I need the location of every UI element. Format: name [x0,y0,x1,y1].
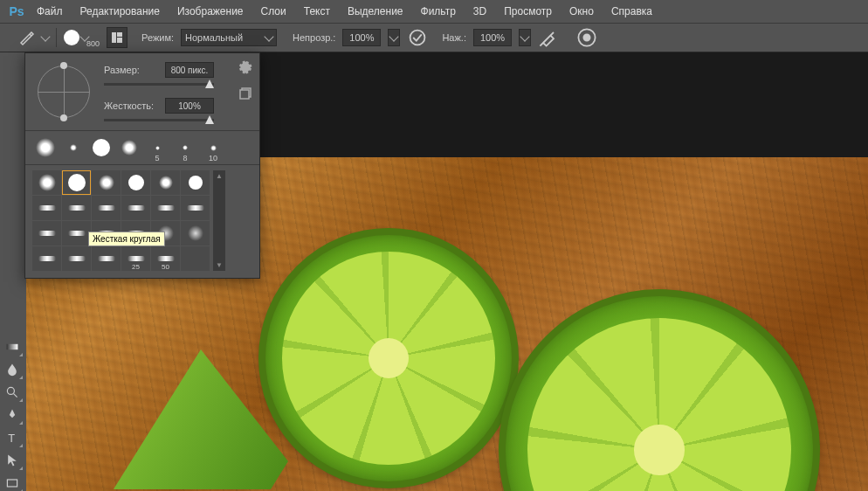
brush-preview-circle-icon [64,30,79,45]
menu-bar: Ps Файл Редактирование Изображение Слои … [0,0,868,23]
brush-grid-cell-selected[interactable] [62,170,91,195]
mode-select[interactable]: Нормальный [181,29,277,46]
brush-grid-cell[interactable] [121,170,150,195]
brush-preset[interactable]: 5 [144,135,170,161]
brush-preset[interactable] [60,135,86,161]
divider [56,28,57,47]
angle-picker[interactable] [34,62,93,121]
mode-chevron-icon [264,31,273,41]
gear-icon[interactable] [238,60,252,74]
brush-picker-panel: Размер: 800 пикс. Жесткость: 100% [24,52,260,279]
menu-filter[interactable]: Фильтр [412,2,465,21]
brush-grid-cell[interactable] [92,246,121,271]
menu-help[interactable]: Справка [603,2,661,21]
brush-panel-toggle-button[interactable] [107,27,127,48]
brush-grid-cell[interactable] [62,196,91,220]
brush-presets-top: 5 8 10 [25,130,259,164]
menu-file[interactable]: Файл [28,2,72,21]
brush-panel-top: Размер: 800 пикс. Жесткость: 100% [25,53,259,130]
brush-grid-cell[interactable] [181,170,210,195]
menu-image[interactable]: Изображение [169,2,252,21]
dodge-tool[interactable] [0,381,24,404]
brush-grid-cell[interactable] [151,196,180,220]
brush-preset[interactable]: 8 [172,135,198,161]
menu-3d[interactable]: 3D [465,2,495,21]
svg-rect-6 [240,90,249,99]
gradient-tool[interactable] [0,335,24,358]
menu-view[interactable]: Просмотр [495,2,561,21]
svg-rect-1 [117,32,122,37]
brush-preset[interactable]: 10 [200,135,226,161]
svg-rect-10 [7,480,17,487]
chevron-down-icon [520,31,529,41]
airbrush-button[interactable] [538,27,559,48]
flow-chevron-button[interactable] [519,29,531,46]
svg-rect-0 [112,32,116,43]
app-logo: Ps [5,3,28,20]
tool-preset-chevron-icon[interactable] [40,31,50,41]
mode-label: Режим: [141,32,174,43]
hardness-input[interactable]: 100% [165,98,214,114]
size-slider[interactable] [104,83,214,86]
pen-tool[interactable] [0,404,24,426]
menu-layers[interactable]: Слои [252,2,295,21]
flow-input[interactable]: 100% [473,29,512,46]
path-select-tool[interactable] [0,449,24,472]
svg-point-3 [410,31,425,45]
brush-tool-icon[interactable] [17,29,35,46]
svg-rect-2 [117,38,122,43]
menu-edit[interactable]: Редактирование [72,2,169,21]
brush-grid-cell[interactable] [92,196,121,220]
flow-label: Наж.: [442,32,466,43]
text-tool[interactable]: T [0,426,24,449]
brush-size-preview-label: 800 [86,39,100,48]
scroll-down-icon[interactable]: ▼ [216,261,223,269]
brush-grid-cell[interactable] [151,170,180,195]
brush-grid-section: 25 50 ▲ ▼ [25,164,259,278]
pressure-opacity-button[interactable] [407,27,428,48]
rectangle-tool[interactable] [0,472,24,491]
mode-value: Нормальный [185,32,243,43]
tool-bar: T [0,335,26,491]
pressure-size-button[interactable] [576,27,597,48]
brush-preset[interactable] [32,135,59,161]
menu-text[interactable]: Текст [295,2,339,21]
brush-grid-cell[interactable] [181,196,210,220]
brush-grid-cell[interactable] [32,246,61,271]
brush-grid: 25 50 [32,170,210,271]
size-input[interactable]: 800 пикс. [165,62,214,78]
svg-point-5 [583,34,589,40]
hardness-label: Жесткость: [104,100,158,111]
brush-grid-cell[interactable] [62,246,91,271]
brush-grid-cell[interactable] [181,246,210,271]
hardness-slider[interactable] [104,119,214,121]
brush-grid-cell[interactable] [121,196,150,220]
brush-tooltip: Жесткая круглая [88,232,165,246]
brush-grid-cell[interactable]: 25 [121,246,150,271]
size-label: Размер: [104,65,158,75]
menu-window[interactable]: Окно [561,2,603,21]
scroll-up-icon[interactable]: ▲ [216,172,223,180]
brush-grid-cell[interactable] [181,221,210,246]
brush-grid-scrollbar[interactable]: ▲ ▼ [213,170,225,271]
brush-preset[interactable] [116,135,142,161]
brush-grid-cell[interactable] [62,221,91,246]
brush-grid-cell[interactable]: 50 [151,246,180,271]
svg-text:T: T [8,432,15,445]
opacity-input[interactable]: 100% [342,29,381,46]
logo-text: Ps [9,4,24,18]
brush-grid-cell[interactable] [32,196,61,220]
lime-slice-1 [262,232,515,485]
options-bar: 800 Режим: Нормальный Непрозр.: 100% Наж… [0,23,868,52]
svg-point-8 [7,387,14,394]
brush-grid-cell[interactable] [92,170,121,195]
brush-grid-cell[interactable] [32,221,61,246]
brush-preview-button[interactable]: 800 [64,27,100,48]
brush-preset[interactable] [88,135,114,161]
opacity-label: Непрозр.: [293,32,335,43]
brush-grid-cell[interactable] [32,170,61,195]
menu-select[interactable]: Выделение [339,2,412,21]
opacity-chevron-button[interactable] [388,29,400,46]
new-preset-icon[interactable] [238,86,252,100]
blur-tool[interactable] [0,358,24,381]
